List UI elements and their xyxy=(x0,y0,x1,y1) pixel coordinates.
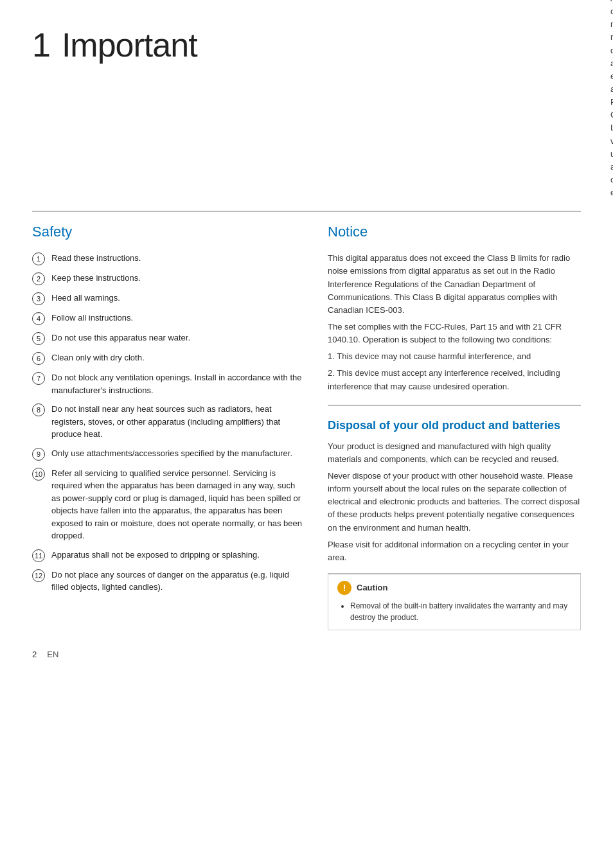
safety-column: Safety 1 Read these instructions. 2 Keep… xyxy=(32,224,302,630)
safety-item-7: 7 Do not block any ventilation openings.… xyxy=(32,371,302,396)
caution-header: ! Caution xyxy=(337,581,571,595)
safety-num-circle: 3 xyxy=(32,292,45,305)
caution-icon: ! xyxy=(337,581,351,595)
safety-item-6: 6 Clean only with dry cloth. xyxy=(32,351,302,365)
safety-list: 1 Read these instructions. 2 Keep these … xyxy=(32,252,302,594)
safety-num-circle: 1 xyxy=(32,252,45,265)
chapter-number: 1 xyxy=(32,26,50,64)
safety-num-circle: 9 xyxy=(32,448,45,461)
safety-item-2: 2 Keep these instructions. xyxy=(32,272,302,285)
safety-num-circle: 4 xyxy=(32,312,45,325)
safety-item-11: 11 Apparatus shall not be exposed to dri… xyxy=(32,549,302,562)
safety-num-circle: 6 xyxy=(32,352,45,365)
disposal-paragraph: Please visit for additonal information o… xyxy=(328,538,581,564)
safety-item-text: Follow all instructions. xyxy=(51,312,302,324)
safety-item-9: 9 Only use attachments/accessories speci… xyxy=(32,447,302,461)
intro-text: Any changes or modifications made to thi… xyxy=(610,0,613,199)
safety-item-8: 8 Do not install near any heat sources s… xyxy=(32,403,302,441)
safety-item-3: 3 Heed all warnings. xyxy=(32,292,302,305)
safety-title: Safety xyxy=(32,224,302,240)
notice-column: Notice This digital apparatus does not e… xyxy=(328,224,581,630)
disposal-text: Your product is designed and manufacture… xyxy=(328,440,581,564)
safety-item-text: Apparatus shall not be exposed to drippi… xyxy=(51,549,302,562)
disposal-section: Disposal of your old product and batteri… xyxy=(328,419,581,630)
language-label: EN xyxy=(47,650,58,659)
safety-num-circle: 7 xyxy=(32,372,45,385)
caution-title: Caution xyxy=(357,583,387,592)
safety-item-text: Only use attachments/accessories specifi… xyxy=(51,447,302,460)
notice-paragraph: The set complies with the FCC-Rules, Par… xyxy=(328,321,581,346)
safety-item-5: 5 Do not use this apparatus near water. xyxy=(32,332,302,345)
chapter-title: 1Important xyxy=(32,26,302,64)
notice-text: This digital apparatus does not exceed t… xyxy=(328,252,581,393)
safety-num-circle: 2 xyxy=(32,272,45,285)
notice-paragraph: 1. This device may not cause harmful int… xyxy=(328,350,581,363)
safety-item-1: 1 Read these instructions. xyxy=(32,252,302,265)
notice-paragraph: This digital apparatus does not exceed t… xyxy=(328,252,581,317)
page-number: 2 xyxy=(32,650,37,659)
caution-box: ! Caution Removal of the built-in batter… xyxy=(328,573,581,630)
footer: 2 EN xyxy=(32,650,581,659)
safety-item-text: Keep these instructions. xyxy=(51,272,302,285)
safety-item-10: 10 Refer all servicing to qualified serv… xyxy=(32,467,302,542)
disposal-title: Disposal of your old product and batteri… xyxy=(328,419,581,432)
safety-item-text: Do not place any sources of danger on th… xyxy=(51,569,302,594)
caution-bullet: Removal of the built-in battery invalida… xyxy=(350,600,571,623)
top-divider xyxy=(32,211,581,212)
safety-item-text: Heed all warnings. xyxy=(51,292,302,305)
disposal-paragraph: Never dispose of your product with other… xyxy=(328,470,581,535)
safety-num-circle: 12 xyxy=(32,569,45,582)
safety-num-circle: 8 xyxy=(32,403,45,416)
safety-item-text: Do not install near any heat sources suc… xyxy=(51,403,302,441)
safety-item-12: 12 Do not place any sources of danger on… xyxy=(32,569,302,594)
safety-item-text: Do not use this apparatus near water. xyxy=(51,332,302,344)
notice-title: Notice xyxy=(328,224,581,240)
safety-num-circle: 10 xyxy=(32,468,45,481)
caution-body: Removal of the built-in battery invalida… xyxy=(337,600,571,623)
safety-item-text: Do not block any ventilation openings. I… xyxy=(51,371,302,396)
safety-item-4: 4 Follow all instructions. xyxy=(32,312,302,325)
safety-item-text: Refer all servicing to qualified service… xyxy=(51,467,302,542)
safety-num-circle: 5 xyxy=(32,332,45,345)
safety-item-text: Read these instructions. xyxy=(51,252,302,265)
disposal-divider xyxy=(328,405,581,406)
disposal-paragraph: Your product is designed and manufacture… xyxy=(328,440,581,466)
safety-item-text: Clean only with dry cloth. xyxy=(51,351,302,364)
safety-num-circle: 11 xyxy=(32,549,45,562)
notice-paragraph: 2. This device must accept any interfere… xyxy=(328,367,581,393)
